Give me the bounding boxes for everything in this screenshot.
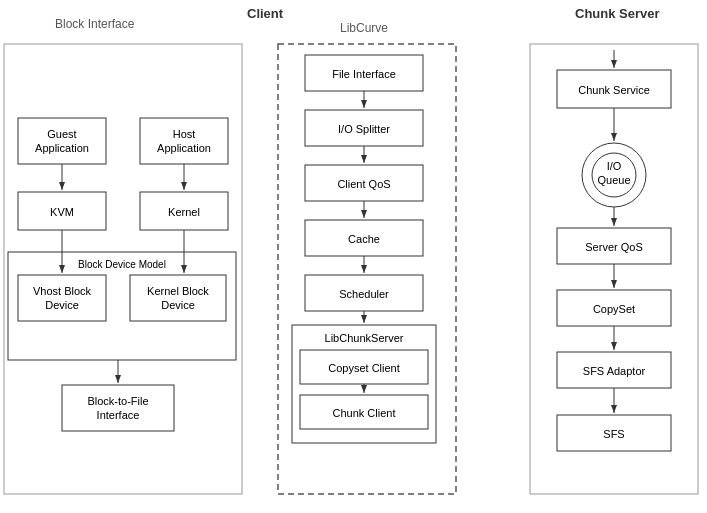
vhost-block-device-box xyxy=(18,275,106,321)
copyset-client-box xyxy=(300,350,428,384)
guest-app-text1: Guest xyxy=(47,128,76,140)
host-app-text1: Host xyxy=(173,128,196,140)
chunk-service-text: Chunk Service xyxy=(578,84,650,96)
io-queue-inner-circle xyxy=(592,153,636,197)
vhost-text1: Vhost Block xyxy=(33,285,92,297)
kernel-box xyxy=(140,192,228,230)
host-application-box xyxy=(140,118,228,164)
io-queue-text1: I/O xyxy=(607,160,622,172)
libcurve-border xyxy=(278,44,456,494)
chunk-server-label: Chunk Server xyxy=(575,6,660,21)
diagram-svg: Block Interface Client LibCurve Chunk Se… xyxy=(0,0,707,513)
lib-chunk-server-text: LibChunkServer xyxy=(325,332,404,344)
block-to-file-text1: Block-to-File xyxy=(87,395,148,407)
kernel-block-text2: Device xyxy=(161,299,195,311)
scheduler-text: Scheduler xyxy=(339,288,389,300)
io-splitter-box xyxy=(305,110,423,146)
kernel-text: Kernel xyxy=(168,206,200,218)
server-qos-text: Server QoS xyxy=(585,241,642,253)
kernel-block-device-box xyxy=(130,275,226,321)
file-interface-box xyxy=(305,55,423,91)
scheduler-box xyxy=(305,275,423,311)
kvm-box xyxy=(18,192,106,230)
diagram-container: Block Interface Client LibCurve Chunk Se… xyxy=(0,0,707,513)
guest-app-text2: Application xyxy=(35,142,89,154)
cache-text: Cache xyxy=(348,233,380,245)
io-queue-outer-circle xyxy=(582,143,646,207)
file-interface-text: File Interface xyxy=(332,68,396,80)
cache-box xyxy=(305,220,423,256)
left-section-border xyxy=(4,44,242,494)
copyset-box xyxy=(557,290,671,326)
sfs-text: SFS xyxy=(603,428,624,440)
io-splitter-text: I/O Splitter xyxy=(338,123,390,135)
chunk-service-box xyxy=(557,70,671,108)
client-label: Client xyxy=(247,6,284,21)
host-app-text2: Application xyxy=(157,142,211,154)
block-interface-label: Block Interface xyxy=(55,17,135,31)
block-to-file-text2: Interface xyxy=(97,409,140,421)
block-device-model-box xyxy=(8,252,236,360)
block-device-model-label: Block Device Model xyxy=(78,259,166,270)
chunk-client-text: Chunk Client xyxy=(333,407,396,419)
client-qos-box xyxy=(305,165,423,201)
chunk-client-box xyxy=(300,395,428,429)
vhost-text2: Device xyxy=(45,299,79,311)
client-qos-text: Client QoS xyxy=(337,178,390,190)
sfs-adaptor-box xyxy=(557,352,671,388)
guest-application-box xyxy=(18,118,106,164)
io-queue-text2: Queue xyxy=(597,174,630,186)
libcurve-label: LibCurve xyxy=(340,21,388,35)
lib-chunk-server-outer-box xyxy=(292,325,436,443)
copyset-client-text: Copyset Client xyxy=(328,362,400,374)
copyset-text: CopySet xyxy=(593,303,635,315)
block-to-file-box xyxy=(62,385,174,431)
kernel-block-text1: Kernel Block xyxy=(147,285,209,297)
sfs-box xyxy=(557,415,671,451)
server-qos-box xyxy=(557,228,671,264)
kvm-text: KVM xyxy=(50,206,74,218)
chunk-server-border xyxy=(530,44,698,494)
sfs-adaptor-text: SFS Adaptor xyxy=(583,365,646,377)
